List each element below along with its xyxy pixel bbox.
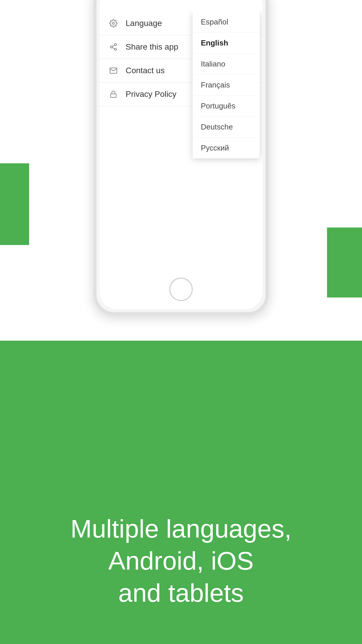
language-label: Language: [126, 19, 162, 28]
phone-screen: Language Share this app: [99, 12, 263, 271]
phone-inner: Language Share this app: [99, 0, 263, 309]
mail-icon: [108, 65, 119, 76]
privacy-label: Privacy Policy: [126, 90, 176, 99]
gear-icon: [108, 18, 119, 29]
svg-point-0: [113, 22, 115, 24]
language-dropdown: Español English Italiano Français Portug…: [193, 12, 260, 158]
phone-home-button[interactable]: [169, 278, 193, 301]
dropdown-item-ru[interactable]: Русский: [193, 138, 260, 158]
dropdown-item-de[interactable]: Deutsche: [193, 117, 260, 138]
svg-line-4: [112, 48, 115, 49]
dropdown-item-it[interactable]: Italiano: [193, 54, 260, 75]
bg-green-right-accent: [327, 228, 362, 298]
contact-label: Contact us: [126, 66, 165, 75]
dropdown-item-fr[interactable]: Français: [193, 75, 260, 96]
phone-mockup: Language Share this app: [94, 0, 268, 315]
dropdown-item-en[interactable]: English: [193, 33, 260, 54]
share-label: Share this app: [126, 42, 178, 52]
bg-green-left-accent: [0, 163, 29, 245]
lock-icon: [108, 89, 119, 99]
svg-rect-6: [110, 94, 116, 97]
share-icon: [108, 42, 119, 52]
tagline-text: Multiple languages,Android, iOSand table…: [0, 513, 362, 609]
dropdown-item-pt[interactable]: Português: [193, 96, 260, 117]
dropdown-item-es[interactable]: Español: [193, 12, 260, 33]
svg-line-5: [112, 45, 115, 47]
bottom-section: Multiple languages,Android, iOSand table…: [0, 341, 362, 644]
